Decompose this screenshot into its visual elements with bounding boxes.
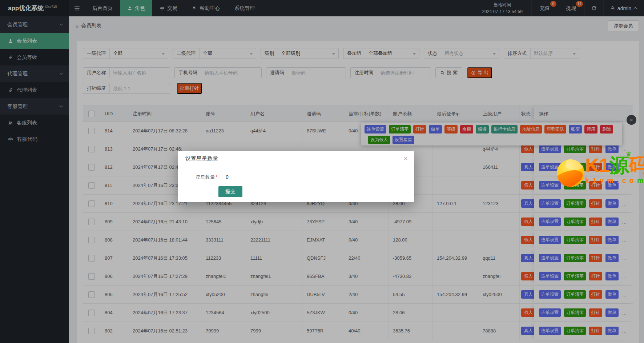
modal-close-button[interactable]: × <box>404 155 408 162</box>
submit-button[interactable]: 提交 <box>218 186 242 197</box>
set-stars-modal: 设置星星数量 × 星星数量* 提交 <box>178 151 414 202</box>
close-icon: × <box>404 155 408 162</box>
modal-body: 星星数量* <box>178 166 414 183</box>
required-mark: * <box>216 174 217 180</box>
modal-title: 设置星星数量 <box>185 155 218 162</box>
stars-count-label: 星星数量* <box>189 174 217 180</box>
modal-header: 设置星星数量 × <box>178 151 414 166</box>
stars-count-input[interactable] <box>221 171 407 183</box>
